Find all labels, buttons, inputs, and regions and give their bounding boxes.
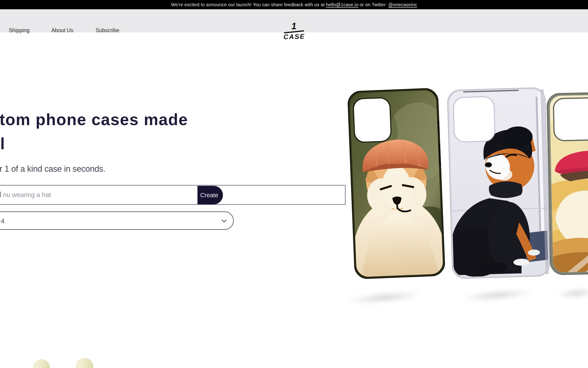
camera-cutout — [553, 98, 588, 141]
phone-case-doge-red-cap — [546, 91, 588, 275]
logo-name: CASE — [283, 33, 305, 40]
brand-logo[interactable]: 1 CASE — [283, 21, 305, 40]
phone-model-select[interactable]: 4 — [0, 211, 234, 230]
announcement-text-middle: or on Twitter — [358, 2, 388, 7]
twitter-link[interactable]: @onecaseinc — [388, 2, 417, 7]
page-title-line1: tom phone cases made — [0, 111, 188, 129]
page-title-line2-clipped: l — [0, 135, 5, 153]
nav-link-subscribe[interactable]: Subscribe — [96, 27, 119, 34]
page-subtitle: r 1 of a kind case in seconds. — [0, 164, 105, 174]
bottom-figure-paw-tip — [33, 359, 50, 368]
column-divider — [237, 233, 237, 368]
nav-link-shipping[interactable]: Shipping — [9, 27, 30, 34]
camera-cutout — [453, 96, 495, 142]
bottom-figure-paw-tip — [76, 358, 93, 368]
case-shadow — [445, 284, 550, 307]
prompt-input[interactable] — [0, 185, 346, 205]
clipped-letter-fragment — [0, 192, 1, 197]
chevron-down-icon — [221, 220, 227, 224]
case-shadow — [548, 285, 588, 303]
phone-case-shiba-orange-cap — [347, 88, 445, 279]
logo-numerator: 1 — [283, 21, 305, 31]
announcement-text: We're excited to announce our launch! Yo… — [171, 2, 326, 7]
case-shadow — [329, 285, 439, 310]
nav-bar: Shipping About Us Subscribe 1 CASE — [0, 9, 588, 32]
announcement-bar: We're excited to announce our launch! Yo… — [0, 0, 588, 9]
phone-case-3-image — [546, 91, 588, 275]
phone-case-1-image — [347, 88, 445, 279]
phone-case-2-image — [447, 87, 551, 279]
phone-case-shiba-black-beanie — [447, 87, 551, 279]
camera-cutout — [353, 98, 391, 143]
create-button[interactable]: Create — [197, 186, 223, 204]
email-link[interactable]: hello@1case.io — [326, 2, 358, 7]
nav-link-about-us[interactable]: About Us — [51, 27, 73, 34]
landing-page: We're excited to announce our launch! Yo… — [0, 0, 588, 368]
phone-model-selected-value: 4 — [1, 217, 5, 225]
